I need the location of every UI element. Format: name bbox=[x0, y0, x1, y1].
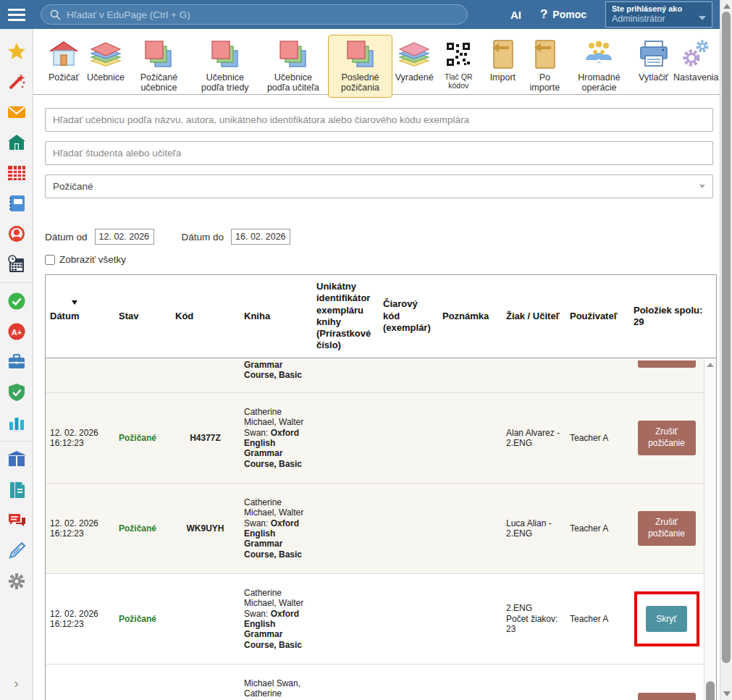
toolbar-item-ucebnice-podla-triedy[interactable]: Učebnice podľa triedy bbox=[192, 35, 258, 98]
logged-in-label: Ste prihlásený ako bbox=[612, 4, 706, 13]
status-badge: Požičané bbox=[114, 393, 171, 484]
column-header-stav[interactable]: Stav bbox=[114, 275, 171, 358]
column-header-ciarovy-kod[interactable]: Čiarový kód (exemplár) bbox=[379, 275, 438, 358]
sort-desc-icon bbox=[72, 300, 77, 305]
column-header-pouzivatel[interactable]: Používateľ bbox=[565, 275, 629, 358]
table-scrollbar-thumb[interactable] bbox=[706, 681, 715, 700]
column-header-unikatny-identifikator[interactable]: Unikátny identifikátor exempláru knihy (… bbox=[312, 275, 379, 358]
toolbar-item-nastavenia[interactable]: Nastavenia bbox=[676, 35, 717, 87]
toolbar-item-vytlacit[interactable]: Vytlačiť bbox=[634, 35, 674, 87]
hamburger-menu-icon[interactable] bbox=[0, 9, 33, 21]
column-header-datum[interactable]: Dátum bbox=[46, 275, 114, 358]
status-select-value: Požičané bbox=[53, 181, 93, 192]
mail-icon bbox=[7, 103, 26, 122]
column-header-poznamka[interactable]: Poznámka bbox=[438, 275, 502, 358]
person-search-input[interactable] bbox=[45, 141, 713, 165]
shield-check-icon bbox=[7, 383, 26, 402]
sidebar-item-security[interactable] bbox=[0, 377, 33, 408]
toolbar-item-pozicane-ucebnice[interactable]: Požičané učebnice bbox=[127, 35, 190, 98]
sidebar-item-results[interactable] bbox=[0, 286, 33, 316]
date-from-input[interactable] bbox=[95, 229, 154, 245]
book-search-input[interactable] bbox=[45, 108, 713, 132]
column-header-kniha[interactable]: Kniha bbox=[240, 275, 312, 358]
sidebar-item-communication[interactable] bbox=[0, 505, 33, 536]
logged-in-user: Administrátor bbox=[612, 14, 706, 24]
date-from-label: Dátum od bbox=[45, 232, 88, 243]
bar-chart-icon bbox=[7, 413, 26, 432]
sidebar-item-home[interactable] bbox=[0, 127, 33, 158]
show-all-checkbox[interactable] bbox=[45, 255, 55, 265]
toolbar-item-ucebnice-podla-ucitela[interactable]: Učebnice podľa učiteľa bbox=[260, 35, 327, 98]
toolbar-item-ucebnice[interactable]: Učebnice bbox=[85, 35, 126, 87]
toolbar-item-pozicat[interactable]: Požičať bbox=[43, 35, 84, 87]
cancel-loan-button[interactable]: Zrušiť požičanie bbox=[638, 511, 696, 545]
highlight-rectangle: Skryť bbox=[634, 591, 699, 646]
check-circle-icon bbox=[7, 292, 26, 311]
main-content: Požičané Dátum od Dátum do Zobraziť všet… bbox=[33, 95, 720, 700]
question-icon: ? bbox=[540, 7, 547, 22]
sidebar-item-favorites[interactable] bbox=[0, 36, 33, 67]
filters-panel: Požičané Dátum od Dátum do Zobraziť všet… bbox=[33, 95, 720, 265]
hide-button[interactable]: Skryť bbox=[646, 606, 687, 632]
cancel-loan-button[interactable]: Zrušiť požičanie bbox=[638, 693, 696, 700]
sidebar-item-library[interactable] bbox=[0, 444, 33, 475]
toolbar-item-vyradene[interactable]: Vyradené bbox=[394, 35, 434, 87]
stack-icon bbox=[143, 39, 174, 69]
sidebar-item-students[interactable] bbox=[0, 219, 33, 249]
ai-button[interactable]: AI bbox=[510, 9, 521, 21]
notebook-icon bbox=[7, 194, 26, 213]
help-button[interactable]: ? Pomoc bbox=[540, 7, 586, 22]
select-caret-icon bbox=[699, 185, 705, 188]
sidebar-item-wizard[interactable] bbox=[0, 67, 33, 97]
cancel-loan-button-partial[interactable] bbox=[638, 360, 696, 368]
toolbar-item-po-importe[interactable]: Po importe bbox=[524, 35, 565, 98]
sidebar-item-messages[interactable] bbox=[0, 97, 33, 127]
sidebar-item-statistics[interactable] bbox=[0, 408, 33, 438]
gears-icon bbox=[681, 39, 711, 69]
date-to-input[interactable] bbox=[231, 229, 290, 245]
search-icon bbox=[50, 9, 61, 20]
column-header-poloziek-spolu: Položiek spolu: 29 bbox=[629, 275, 716, 358]
loans-table-header: Dátum Stav Kód Kniha Unikátny identifiká… bbox=[46, 275, 716, 358]
page-scrollbar-thumb[interactable] bbox=[722, 12, 731, 663]
sidebar-item-settings[interactable] bbox=[0, 566, 33, 596]
sidebar-item-grades[interactable]: A+ bbox=[0, 316, 33, 347]
status-select[interactable]: Požičané bbox=[45, 174, 713, 198]
toolbar-item-import[interactable]: Import bbox=[482, 35, 523, 87]
sidebar-expand-chevron-icon[interactable]: › bbox=[14, 676, 19, 691]
layers-icon bbox=[398, 40, 430, 69]
sidebar-item-documents[interactable] bbox=[0, 475, 33, 505]
status-badge: Požičané bbox=[114, 574, 171, 665]
logged-in-user-dropdown[interactable]: Ste prihlásený ako Administrátor bbox=[605, 1, 712, 28]
sidebar-divider bbox=[0, 282, 33, 283]
sidebar-item-timetable[interactable] bbox=[0, 158, 33, 188]
scroll-down-icon[interactable] bbox=[723, 691, 731, 696]
sidebar-item-classbook[interactable] bbox=[0, 188, 33, 219]
timetable-grid-icon bbox=[7, 164, 26, 182]
show-all-label: Zobraziť všetky bbox=[59, 254, 126, 265]
column-header-ziak-ucitel[interactable]: Žiak / Učiteľ bbox=[502, 275, 565, 358]
toolbar-item-hromadne-operacie[interactable]: Hromadné operácie bbox=[566, 35, 631, 98]
sidebar-item-agenda[interactable] bbox=[0, 347, 33, 377]
status-badge: Požičané bbox=[114, 665, 171, 700]
page-scrollbar[interactable] bbox=[720, 0, 732, 700]
module-toolbar: Požičať Učebnice Požičané učebnice Učebn… bbox=[33, 29, 720, 95]
svg-text:A+: A+ bbox=[11, 328, 21, 337]
layers-icon bbox=[90, 40, 122, 69]
toolbar-item-tlac-qr-kodov[interactable]: Tlač QR kódov bbox=[436, 35, 481, 94]
student-icon bbox=[7, 224, 26, 243]
people-group-icon bbox=[583, 40, 615, 69]
table-scrollbar[interactable] bbox=[704, 358, 716, 700]
cancel-loan-button[interactable]: Zrušiť požičanie bbox=[638, 421, 696, 455]
table-scroll-up-icon[interactable] bbox=[707, 363, 714, 367]
sidebar-item-attendance[interactable] bbox=[0, 249, 33, 279]
global-search-input[interactable]: Hľadať v EduPage (Ctrl + G) bbox=[41, 4, 468, 25]
chat-bubbles-icon bbox=[7, 511, 26, 530]
toolbar-item-posledne-pozicania[interactable]: Posledné požičania bbox=[328, 35, 392, 98]
sidebar-item-editor[interactable] bbox=[0, 536, 33, 566]
pen-icon bbox=[7, 541, 26, 560]
scroll-up-icon[interactable] bbox=[723, 4, 731, 9]
column-header-kod[interactable]: Kód bbox=[171, 275, 240, 358]
library-icon bbox=[7, 450, 27, 469]
import-door-icon bbox=[532, 39, 557, 69]
